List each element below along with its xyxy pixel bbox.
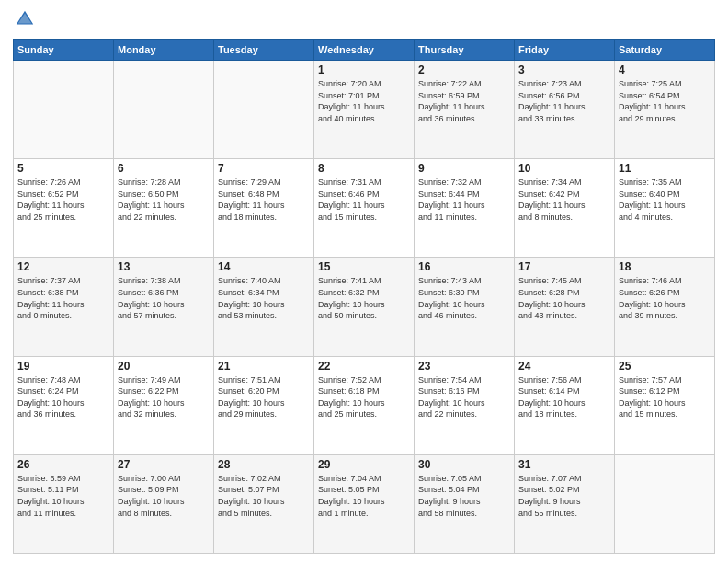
calendar-cell: 26Sunrise: 6:59 AM Sunset: 5:11 PM Dayli…: [14, 454, 114, 553]
page: SundayMondayTuesdayWednesdayThursdayFrid…: [0, 0, 728, 563]
weekday-header-thursday: Thursday: [415, 40, 515, 61]
calendar-cell: 15Sunrise: 7:41 AM Sunset: 6:32 PM Dayli…: [314, 258, 415, 356]
day-info: Sunrise: 7:38 AM Sunset: 6:36 PM Dayligh…: [118, 275, 210, 321]
day-info: Sunrise: 7:34 AM Sunset: 6:42 PM Dayligh…: [518, 177, 610, 223]
day-info: Sunrise: 7:37 AM Sunset: 6:38 PM Dayligh…: [17, 275, 109, 321]
day-info: Sunrise: 7:49 AM Sunset: 6:22 PM Dayligh…: [118, 374, 210, 420]
logo: [13, 9, 37, 33]
day-info: Sunrise: 7:29 AM Sunset: 6:48 PM Dayligh…: [218, 177, 310, 223]
day-info: Sunrise: 6:59 AM Sunset: 5:11 PM Dayligh…: [17, 473, 109, 519]
weekday-header-wednesday: Wednesday: [314, 40, 415, 61]
calendar-cell: 6Sunrise: 7:28 AM Sunset: 6:50 PM Daylig…: [114, 159, 214, 258]
week-row-1: 1Sunrise: 7:20 AM Sunset: 7:01 PM Daylig…: [14, 61, 715, 159]
calendar-cell: 7Sunrise: 7:29 AM Sunset: 6:48 PM Daylig…: [214, 159, 314, 258]
day-number: 7: [218, 162, 310, 175]
logo-icon: [15, 9, 35, 29]
calendar-cell: [14, 61, 114, 159]
day-info: Sunrise: 7:28 AM Sunset: 6:50 PM Dayligh…: [118, 177, 210, 223]
day-number: 10: [518, 162, 610, 175]
calendar-cell: [615, 454, 715, 553]
day-info: Sunrise: 7:23 AM Sunset: 6:56 PM Dayligh…: [518, 78, 610, 124]
day-number: 26: [17, 458, 109, 471]
day-number: 5: [17, 162, 109, 175]
day-info: Sunrise: 7:56 AM Sunset: 6:14 PM Dayligh…: [518, 374, 610, 420]
day-info: Sunrise: 7:51 AM Sunset: 6:20 PM Dayligh…: [218, 374, 310, 420]
week-row-3: 12Sunrise: 7:37 AM Sunset: 6:38 PM Dayli…: [14, 258, 715, 356]
day-info: Sunrise: 7:35 AM Sunset: 6:40 PM Dayligh…: [619, 177, 711, 223]
day-number: 15: [318, 260, 410, 273]
calendar-cell: 1Sunrise: 7:20 AM Sunset: 7:01 PM Daylig…: [314, 61, 415, 159]
week-row-4: 19Sunrise: 7:48 AM Sunset: 6:24 PM Dayli…: [14, 356, 715, 454]
day-info: Sunrise: 7:22 AM Sunset: 6:59 PM Dayligh…: [418, 78, 510, 124]
calendar-cell: 24Sunrise: 7:56 AM Sunset: 6:14 PM Dayli…: [515, 356, 615, 454]
day-info: Sunrise: 7:05 AM Sunset: 5:04 PM Dayligh…: [418, 473, 510, 519]
day-info: Sunrise: 7:04 AM Sunset: 5:05 PM Dayligh…: [318, 473, 410, 519]
calendar-cell: [114, 61, 214, 159]
calendar-cell: 12Sunrise: 7:37 AM Sunset: 6:38 PM Dayli…: [14, 258, 114, 356]
day-number: 19: [17, 360, 109, 373]
day-info: Sunrise: 7:31 AM Sunset: 6:46 PM Dayligh…: [318, 177, 410, 223]
weekday-header-monday: Monday: [114, 40, 214, 61]
day-number: 16: [418, 260, 510, 273]
weekday-header-tuesday: Tuesday: [214, 40, 314, 61]
day-number: 22: [318, 360, 410, 373]
calendar-cell: 14Sunrise: 7:40 AM Sunset: 6:34 PM Dayli…: [214, 258, 314, 356]
calendar-cell: 29Sunrise: 7:04 AM Sunset: 5:05 PM Dayli…: [314, 454, 415, 553]
calendar-cell: [214, 61, 314, 159]
day-number: 1: [318, 63, 410, 76]
day-number: 30: [418, 458, 510, 471]
day-info: Sunrise: 7:52 AM Sunset: 6:18 PM Dayligh…: [318, 374, 410, 420]
day-number: 29: [318, 458, 410, 471]
day-number: 20: [118, 360, 210, 373]
day-number: 24: [518, 360, 610, 373]
calendar-cell: 31Sunrise: 7:07 AM Sunset: 5:02 PM Dayli…: [515, 454, 615, 553]
calendar-cell: 3Sunrise: 7:23 AM Sunset: 6:56 PM Daylig…: [515, 61, 615, 159]
calendar-cell: 2Sunrise: 7:22 AM Sunset: 6:59 PM Daylig…: [415, 61, 515, 159]
calendar-cell: 28Sunrise: 7:02 AM Sunset: 5:07 PM Dayli…: [214, 454, 314, 553]
day-number: 8: [318, 162, 410, 175]
calendar-cell: 9Sunrise: 7:32 AM Sunset: 6:44 PM Daylig…: [415, 159, 515, 258]
calendar-cell: 21Sunrise: 7:51 AM Sunset: 6:20 PM Dayli…: [214, 356, 314, 454]
calendar-cell: 25Sunrise: 7:57 AM Sunset: 6:12 PM Dayli…: [615, 356, 715, 454]
day-number: 23: [418, 360, 510, 373]
day-number: 21: [218, 360, 310, 373]
calendar-cell: 18Sunrise: 7:46 AM Sunset: 6:26 PM Dayli…: [615, 258, 715, 356]
day-info: Sunrise: 7:57 AM Sunset: 6:12 PM Dayligh…: [619, 374, 711, 420]
day-info: Sunrise: 7:07 AM Sunset: 5:02 PM Dayligh…: [518, 473, 610, 519]
calendar-cell: 13Sunrise: 7:38 AM Sunset: 6:36 PM Dayli…: [114, 258, 214, 356]
calendar-cell: 5Sunrise: 7:26 AM Sunset: 6:52 PM Daylig…: [14, 159, 114, 258]
calendar-cell: 22Sunrise: 7:52 AM Sunset: 6:18 PM Dayli…: [314, 356, 415, 454]
day-number: 6: [118, 162, 210, 175]
weekday-header-saturday: Saturday: [615, 40, 715, 61]
day-info: Sunrise: 7:20 AM Sunset: 7:01 PM Dayligh…: [318, 78, 410, 124]
calendar-cell: 20Sunrise: 7:49 AM Sunset: 6:22 PM Dayli…: [114, 356, 214, 454]
calendar-cell: 11Sunrise: 7:35 AM Sunset: 6:40 PM Dayli…: [615, 159, 715, 258]
calendar-cell: 16Sunrise: 7:43 AM Sunset: 6:30 PM Dayli…: [415, 258, 515, 356]
day-number: 2: [418, 63, 510, 76]
calendar-cell: 4Sunrise: 7:25 AM Sunset: 6:54 PM Daylig…: [615, 61, 715, 159]
day-info: Sunrise: 7:25 AM Sunset: 6:54 PM Dayligh…: [619, 78, 711, 124]
day-info: Sunrise: 7:43 AM Sunset: 6:30 PM Dayligh…: [418, 275, 510, 321]
day-info: Sunrise: 7:02 AM Sunset: 5:07 PM Dayligh…: [218, 473, 310, 519]
weekday-header-row: SundayMondayTuesdayWednesdayThursdayFrid…: [14, 40, 715, 61]
day-number: 9: [418, 162, 510, 175]
day-number: 17: [518, 260, 610, 273]
day-info: Sunrise: 7:41 AM Sunset: 6:32 PM Dayligh…: [318, 275, 410, 321]
calendar-cell: 19Sunrise: 7:48 AM Sunset: 6:24 PM Dayli…: [14, 356, 114, 454]
calendar-cell: 30Sunrise: 7:05 AM Sunset: 5:04 PM Dayli…: [415, 454, 515, 553]
day-number: 31: [518, 458, 610, 471]
day-number: 4: [619, 63, 711, 76]
calendar-cell: 10Sunrise: 7:34 AM Sunset: 6:42 PM Dayli…: [515, 159, 615, 258]
week-row-2: 5Sunrise: 7:26 AM Sunset: 6:52 PM Daylig…: [14, 159, 715, 258]
header: [13, 9, 715, 33]
day-number: 27: [118, 458, 210, 471]
day-info: Sunrise: 7:48 AM Sunset: 6:24 PM Dayligh…: [17, 374, 109, 420]
day-info: Sunrise: 7:26 AM Sunset: 6:52 PM Dayligh…: [17, 177, 109, 223]
calendar-cell: 8Sunrise: 7:31 AM Sunset: 6:46 PM Daylig…: [314, 159, 415, 258]
day-number: 18: [619, 260, 711, 273]
day-number: 25: [619, 360, 711, 373]
day-number: 13: [118, 260, 210, 273]
day-info: Sunrise: 7:32 AM Sunset: 6:44 PM Dayligh…: [418, 177, 510, 223]
day-number: 28: [218, 458, 310, 471]
calendar-cell: 23Sunrise: 7:54 AM Sunset: 6:16 PM Dayli…: [415, 356, 515, 454]
